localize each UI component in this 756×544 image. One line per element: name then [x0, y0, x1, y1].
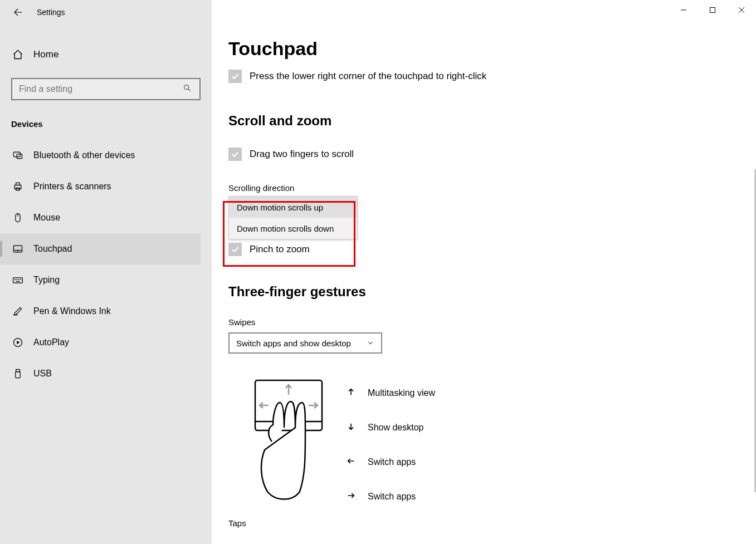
sidebar-section-label: Devices [11, 119, 201, 129]
gesture-illustration [228, 375, 340, 514]
window-title: Settings [37, 8, 65, 17]
maximize-icon [709, 7, 716, 13]
usb-icon [11, 368, 25, 379]
sidebar-item-label: AutoPlay [33, 337, 69, 347]
gesture-row: Show desktop [345, 410, 435, 445]
checkbox-icon [228, 70, 242, 83]
titlebar: Settings [0, 0, 212, 24]
sidebar-item-label: Mouse [33, 213, 60, 223]
sidebar: Settings Home Devices [0, 0, 212, 544]
dropdown-option[interactable]: Down motion scrolls up [229, 197, 357, 218]
sidebar-home[interactable]: Home [11, 41, 201, 68]
sidebar-home-label: Home [33, 49, 58, 60]
sidebar-item-bluetooth[interactable]: Bluetooth & other devices [0, 140, 201, 171]
check-label: Press the lower right corner of the touc… [250, 71, 486, 82]
check-label: Drag two fingers to scroll [250, 149, 354, 160]
keyboard-icon [11, 275, 25, 286]
back-button[interactable] [6, 1, 30, 23]
svg-rect-2 [17, 154, 22, 159]
printer-icon [11, 181, 25, 192]
close-button[interactable] [727, 0, 756, 20]
bluetooth-devices-icon [11, 150, 25, 161]
home-icon [11, 49, 25, 60]
gesture-label: Multitasking view [368, 388, 435, 398]
back-arrow-icon [13, 7, 23, 17]
sidebar-item-label: USB [33, 369, 52, 379]
pen-icon [11, 306, 25, 317]
svg-point-0 [184, 85, 189, 90]
svg-point-14 [18, 280, 19, 280]
swipes-combobox[interactable]: Switch apps and show desktop [228, 332, 382, 354]
chevron-down-icon [367, 339, 374, 347]
autoplay-icon [11, 337, 25, 348]
gesture-list: Multitasking view Show desktop Switch ap… [345, 376, 435, 514]
minimize-button[interactable] [669, 0, 698, 20]
svg-point-12 [15, 280, 16, 280]
gesture-row: Switch apps [345, 445, 435, 479]
sidebar-item-label: Typing [33, 275, 60, 285]
sidebar-item-printers[interactable]: Printers & scanners [0, 171, 201, 202]
sidebar-item-mouse[interactable]: Mouse [0, 202, 201, 233]
gesture-row: Multitasking view [345, 376, 435, 410]
page-title: Touchpad [228, 38, 739, 60]
sidebar-nav: Bluetooth & other devices Printers & sca… [11, 140, 201, 389]
sidebar-item-pen[interactable]: Pen & Windows Ink [0, 296, 201, 327]
minimize-icon [680, 7, 687, 13]
gesture-label: Switch apps [368, 492, 416, 502]
swipes-label: Swipes [228, 317, 739, 327]
checkbox-icon [228, 243, 242, 256]
svg-rect-20 [16, 372, 20, 378]
arrow-left-icon [345, 457, 357, 468]
dropdown-option[interactable]: Down motion scrolls down [229, 218, 357, 239]
checkbox-icon [228, 148, 242, 161]
close-icon [738, 7, 745, 13]
search-input[interactable] [19, 84, 183, 94]
scroll-zoom-title: Scroll and zoom [228, 113, 739, 129]
arrow-down-icon [345, 422, 357, 433]
svg-rect-22 [710, 8, 715, 13]
swipes-value: Switch apps and show desktop [236, 339, 351, 348]
mouse-icon [11, 212, 25, 223]
svg-rect-3 [14, 185, 21, 189]
check-pinch-zoom[interactable]: Pinch to zoom [228, 243, 739, 256]
gesture-label: Show desktop [368, 423, 424, 433]
arrow-right-icon [345, 491, 357, 502]
scrolling-direction-label: Scrolling direction [228, 183, 739, 193]
svg-marker-18 [17, 341, 19, 345]
check-right-click[interactable]: Press the lower right corner of the touc… [228, 70, 739, 83]
main-panel: Touchpad Press the lower right corner of… [212, 0, 756, 544]
sidebar-item-touchpad[interactable]: Touchpad [0, 233, 201, 264]
sidebar-item-usb[interactable]: USB [0, 358, 201, 389]
check-two-finger-scroll[interactable]: Drag two fingers to scroll [228, 148, 739, 161]
check-label: Pinch to zoom [250, 244, 310, 255]
sidebar-item-typing[interactable]: Typing [0, 264, 201, 296]
svg-rect-11 [13, 278, 23, 283]
scrolling-direction-dropdown[interactable]: Down motion scrolls up Down motion scrol… [228, 196, 739, 239]
sidebar-item-label: Pen & Windows Ink [33, 306, 111, 316]
svg-point-13 [17, 280, 17, 280]
maximize-button[interactable] [698, 0, 727, 20]
search-box[interactable] [11, 78, 201, 100]
taps-label: Taps [228, 518, 739, 528]
gesture-row: Switch apps [345, 479, 435, 514]
search-icon [183, 84, 193, 95]
sidebar-item-autoplay[interactable]: AutoPlay [0, 327, 201, 358]
touchpad-icon [11, 243, 25, 254]
svg-point-15 [21, 280, 21, 280]
sidebar-item-label: Touchpad [33, 244, 72, 254]
sidebar-item-label: Printers & scanners [33, 182, 111, 192]
svg-rect-4 [16, 183, 20, 185]
window-controls [669, 0, 756, 20]
arrow-up-icon [345, 388, 357, 399]
gesture-label: Switch apps [368, 457, 416, 467]
three-finger-title: Three-finger gestures [228, 284, 739, 300]
sidebar-item-label: Bluetooth & other devices [33, 150, 135, 160]
